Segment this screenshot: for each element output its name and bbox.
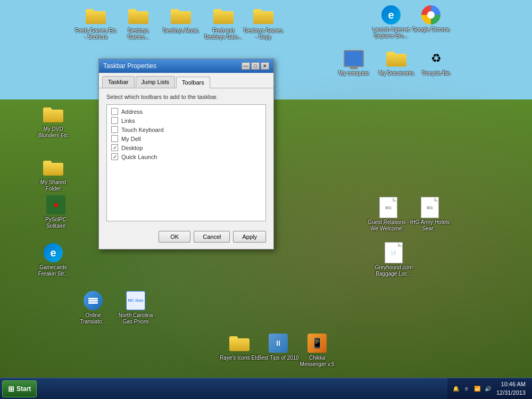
desktop-icon-my-shared[interactable]: My Shared Folder xyxy=(32,157,74,192)
desktop-icon-ie[interactable]: e Launch Internet Explorer Bro... xyxy=(370,4,412,39)
checkbox-touch-keyboard[interactable] xyxy=(111,126,118,133)
tab-taskbar[interactable]: Taskbar xyxy=(102,76,135,88)
tab-toolbars[interactable]: Toolbars xyxy=(176,77,210,88)
toolbar-item-links[interactable]: Links xyxy=(109,116,263,125)
tray-icon-1: 🔔 xyxy=(452,385,460,393)
checkbox-desktop[interactable]: ✓ xyxy=(111,144,118,151)
desktop: Freds Games Etc - Shortcut Destinys Game… xyxy=(0,0,532,399)
desktop-icon-destinys-games[interactable]: Destinys Games... xyxy=(117,5,160,40)
toolbar-label-my-dell: My Dell xyxy=(121,136,141,142)
toolbar-label-quick-launch: Quick Launch xyxy=(121,154,157,160)
dialog-buttons: OK Cancel Apply xyxy=(99,227,273,249)
desktop-icon-rayes-icons[interactable]: Raye's Icons Etc xyxy=(218,332,261,361)
dialog-titlebar: Taskbar Properties — □ ✕ xyxy=(99,59,273,73)
tab-jump-lists[interactable]: Jump Lists xyxy=(136,76,176,88)
apply-button[interactable]: Apply xyxy=(233,231,266,243)
desktop-icon-nc-gas[interactable]: NC Gas North Carolina Gas Prices xyxy=(114,290,157,325)
checkbox-quick-launch[interactable]: ✓ xyxy=(111,153,118,160)
dialog-title: Taskbar Properties xyxy=(103,62,156,70)
close-button[interactable]: ✕ xyxy=(261,62,269,70)
ok-button[interactable]: OK xyxy=(159,231,190,243)
cancel-button[interactable]: Cancel xyxy=(194,231,230,243)
desktop-icon-freds-games[interactable]: Freds Games Etc - Shortcut xyxy=(74,5,117,40)
tray-icon-network: 📶 xyxy=(473,385,481,393)
desktop-icon-chikka[interactable]: 📱 Chikka Messenger v.5 xyxy=(296,332,338,368)
clock-time: 10:46 AM xyxy=(496,380,526,388)
checkbox-links[interactable] xyxy=(111,117,118,124)
desktop-icon-my-dvd[interactable]: My DVD Blunders Etc xyxy=(32,104,74,139)
windows-icon: ⊞ xyxy=(8,385,14,393)
clock: 10:46 AM 12/31/2013 xyxy=(494,380,528,397)
toolbar-label-touch-keyboard: Touch Keyboard xyxy=(121,127,164,133)
minimize-button[interactable]: — xyxy=(242,62,250,70)
toolbar-label-links: Links xyxy=(121,118,135,124)
toolbar-label-desktop: Desktop xyxy=(121,145,143,151)
desktop-icon-best-tips[interactable]: ⏸ Best Tips of 2010 xyxy=(257,332,300,361)
desktop-icon-fred-destinys[interactable]: Fred and Destinys Gam... xyxy=(202,5,245,40)
taskbar-properties-dialog: Taskbar Properties — □ ✕ Taskbar Jump Li… xyxy=(98,59,274,250)
desktop-icon-destinys-copy[interactable]: Destinys Games - Copy xyxy=(242,5,285,40)
desktop-icon-chrome[interactable]: Google Chrome xyxy=(410,4,452,33)
taskbar: ⊞ Start 🔔 e 📶 🔊 10:46 AM 12/31/2013 xyxy=(0,378,532,399)
desktop-icon-my-computer[interactable]: My computer xyxy=(332,48,375,77)
toolbar-item-quick-launch[interactable]: ✓ Quick Launch xyxy=(109,152,263,161)
desktop-icon-my-documents[interactable]: My Documents xyxy=(375,48,418,77)
dialog-content: Select which toolbars to add to the task… xyxy=(99,88,273,227)
toolbar-item-my-dell[interactable]: My Dell xyxy=(109,134,263,143)
toolbar-item-desktop[interactable]: ✓ Desktop xyxy=(109,143,263,152)
toolbar-label-address: Address xyxy=(121,109,143,115)
toolbar-list: Address Links Touch Keyboard My Dell ✓ D… xyxy=(106,104,266,221)
desktop-icon-gamecards[interactable]: e Gamecards Freakin Str... xyxy=(32,242,74,277)
desktop-icon-recycle-bin[interactable]: ♻ Recycle Bin xyxy=(415,48,458,77)
start-button[interactable]: ⊞ Start xyxy=(2,380,37,397)
maximize-button[interactable]: □ xyxy=(251,62,260,70)
desktop-icon-destinys-music[interactable]: Destinys Music xyxy=(160,5,202,34)
toolbar-item-touch-keyboard[interactable]: Touch Keyboard xyxy=(109,125,263,134)
desktop-icon-guest-relations[interactable]: BG Guest Relations - We Welcome... xyxy=(367,197,410,232)
toolbar-item-address[interactable]: Address xyxy=(109,107,263,116)
tray-icon-ie: e xyxy=(462,385,471,393)
dialog-tabs: Taskbar Jump Lists Toolbars xyxy=(99,73,273,88)
start-label: Start xyxy=(16,385,31,393)
tray-icon-sound: 🔊 xyxy=(484,385,492,393)
desktop-icon-greyhound[interactable]: 📄 Greyhound.com Baggage Loc... xyxy=(372,242,415,277)
dialog-window-controls: — □ ✕ xyxy=(242,62,269,70)
desktop-icon-ihg-army[interactable]: BG IHG Army Hotels Sear... xyxy=(409,197,451,232)
desktop-icon-pysol[interactable]: ♠ PySolPC Solitaire xyxy=(35,194,77,229)
dialog-description: Select which toolbars to add to the task… xyxy=(106,94,266,100)
checkbox-address[interactable] xyxy=(111,108,118,115)
clock-date: 12/31/2013 xyxy=(496,389,526,397)
checkbox-my-dell[interactable] xyxy=(111,135,118,142)
desktop-icon-online-translator[interactable]: Online Translato... xyxy=(72,290,114,325)
system-tray: 🔔 e 📶 🔊 10:46 AM 12/31/2013 xyxy=(447,378,532,399)
